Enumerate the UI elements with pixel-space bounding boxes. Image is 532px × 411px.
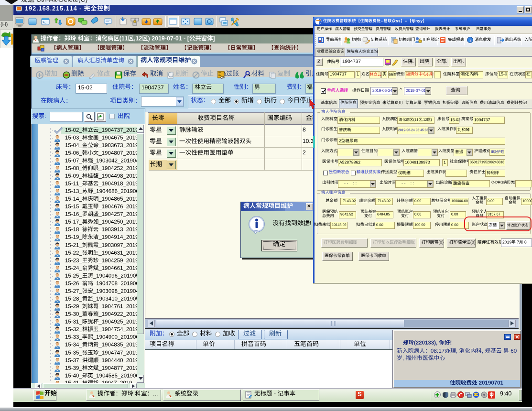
svg-text:>_: >_ bbox=[43, 21, 46, 24]
svg-text:xxx: xxx bbox=[18, 24, 22, 27]
